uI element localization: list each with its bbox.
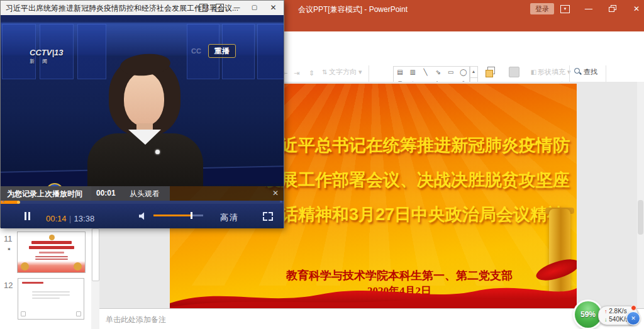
fullscreen-icon[interactable]: [263, 212, 273, 221]
video-player-window[interactable]: 习近平出席统筹推进新冠肺炎疫情防控和经济社会发展工作部署会议... Ŧ ▪ — …: [0, 0, 284, 228]
shape-textbox-icon[interactable]: ▤: [394, 67, 406, 78]
quick-styles-icon: [509, 67, 519, 77]
shape-fill-icon: ◧: [530, 69, 538, 75]
ppt-restore-button[interactable]: [609, 5, 616, 12]
video-minimize-button[interactable]: —: [232, 3, 242, 12]
studio-monitor: [77, 24, 106, 79]
thumb-12-number: 12: [4, 281, 13, 290]
video-maximize-button[interactable]: ▢: [250, 3, 259, 12]
slide-title-line-3: 讲话精神和3月27日中央政治局会议精神: [264, 203, 564, 226]
slide-title-line-2: 发展工作部署会议、决战决胜脱贫攻坚座: [264, 169, 570, 191]
shape-fill-button[interactable]: ◧形状填充 ▾: [530, 67, 571, 77]
shape-line-icon[interactable]: ╲: [419, 67, 431, 78]
skip-back-icon[interactable]: «: [2, 199, 4, 204]
player-control-bar: 00:14 | 13:38 高清: [1, 204, 284, 228]
anchor-face: [124, 72, 164, 126]
quality-button[interactable]: 高清: [220, 212, 239, 223]
video-close-button[interactable]: ✕: [269, 3, 278, 12]
pin-icon[interactable]: Ŧ: [199, 4, 208, 12]
current-time: 00:14: [46, 214, 67, 223]
ribbon-display-options-icon[interactable]: ▾: [560, 5, 570, 13]
screen: 会议PPT[兼容模式] - PowerPoint 登录 ▾ — ✕ 操作说明搜索…: [0, 0, 644, 329]
skip-forward-icon[interactable]: »: [280, 199, 282, 204]
download-arrow-icon: ↓: [604, 316, 608, 323]
shape-rect-icon[interactable]: ▭: [445, 67, 457, 78]
volume-slider[interactable]: [153, 215, 203, 216]
video-content[interactable]: CCTV|13 新 闻 CC 重播 新闻联播: [1, 15, 284, 186]
ppt-minimize-button[interactable]: —: [582, 3, 595, 14]
resume-overlay: 为您记录上次播放时间 00:01 从头观看 ✕: [1, 186, 284, 201]
find-button[interactable]: 查找: [574, 67, 597, 77]
time-display: 00:14 | 13:38: [46, 213, 94, 224]
slide-12-thumbnail[interactable]: [18, 278, 84, 320]
volume-icon[interactable]: [139, 212, 147, 220]
pause-button[interactable]: [28, 212, 30, 220]
slide-scrollbar[interactable]: [637, 82, 644, 308]
find-icon: [574, 68, 582, 75]
mini-mode-icon[interactable]: ▪: [216, 4, 224, 12]
increase-indent-button[interactable]: ⇥: [291, 68, 302, 78]
video-titlebar[interactable]: 习近平出席统筹推进新冠肺炎疫情防控和经济社会发展工作部署会议... Ŧ ▪ — …: [1, 1, 284, 16]
slide-scrollbar-thumb[interactable]: [638, 200, 643, 235]
arrange-icon: [482, 67, 493, 77]
shape-arrow-icon[interactable]: ⇘: [431, 67, 444, 78]
cctv-watermark: CC: [191, 47, 201, 55]
slide-footer-org: 教育科学与技术学院本科生第一、第二党支部: [245, 268, 553, 283]
text-direction-icon: ⇅: [321, 69, 329, 75]
pause-button[interactable]: [25, 212, 26, 220]
restart-link[interactable]: 从头观看: [130, 189, 160, 199]
thumb-11-animation-star: ✶: [7, 247, 11, 252]
slide-title-line-1: 习近平总书记在统筹推进新冠肺炎疫情防: [264, 134, 570, 157]
slide-11-thumbnail[interactable]: [17, 231, 86, 273]
replay-badge: 重播: [208, 44, 236, 58]
text-direction-button[interactable]: ⇅文字方向 ▾: [321, 67, 362, 77]
notification-dot: [631, 305, 636, 311]
login-button[interactable]: 登录: [530, 3, 554, 14]
download-speed-row: ↓ 540K/s: [604, 316, 628, 323]
shape-vtextbox-icon[interactable]: ▥: [406, 67, 419, 78]
anchor-brooch: [155, 150, 160, 154]
notes-pane[interactable]: [99, 308, 644, 329]
thumb-11-number: 11: [4, 234, 13, 243]
upload-speed-row: ↑ 2.8K/s: [604, 308, 627, 315]
overlay-close-icon[interactable]: ✕: [272, 189, 279, 198]
accelerator-close-button[interactable]: ✕: [626, 311, 640, 325]
total-duration: 13:38: [74, 214, 95, 223]
shape-oval-icon[interactable]: ◯: [457, 67, 470, 78]
thumbnail-scrollbar-thumb[interactable]: [92, 228, 99, 281]
studio-monitor: [257, 24, 284, 79]
resume-label: 为您记录上次播放时间: [7, 189, 82, 199]
memory-ball-widget[interactable]: 59%: [575, 301, 601, 328]
volume-handle[interactable]: [191, 212, 192, 219]
resume-time: 00:01: [96, 189, 116, 198]
red-silk-decoration: [170, 282, 577, 308]
upload-arrow-icon: ↑: [604, 308, 608, 315]
cctv13-logo: CCTV|13 新 闻: [30, 48, 64, 65]
line-spacing-button[interactable]: ⇕: [306, 68, 317, 78]
ppt-close-button[interactable]: ✕: [630, 3, 643, 14]
notes-placeholder[interactable]: 单击此处添加备注: [106, 315, 166, 325]
volume-level: [153, 215, 191, 216]
ppt-window-title: 会议PPT[兼容模式] - PowerPoint: [298, 4, 408, 15]
